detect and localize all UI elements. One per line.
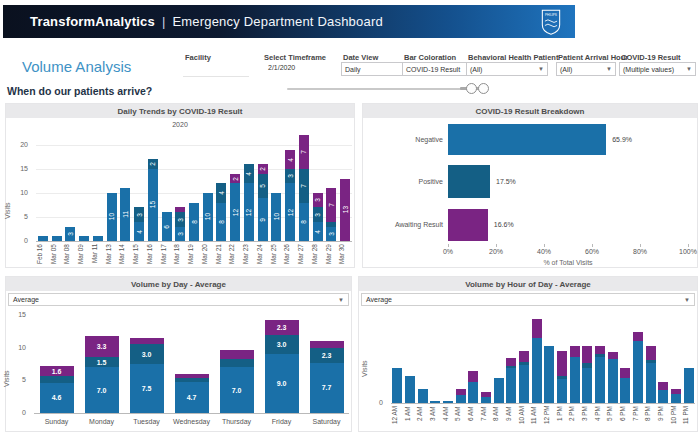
bar-segment-awaiting[interactable]: [595, 346, 605, 354]
bar-segment-negative[interactable]: [93, 236, 103, 241]
stacked-bar[interactable]: 9.03.02.3: [265, 320, 299, 413]
bar-segment-awaiting[interactable]: [532, 319, 542, 338]
bar-segment-positive[interactable]: 2.3: [310, 348, 344, 363]
bar-segment-awaiting[interactable]: [175, 207, 185, 212]
bar-segment-negative[interactable]: [405, 376, 415, 403]
bar-segment-negative[interactable]: [658, 390, 668, 403]
stacked-bar[interactable]: [557, 351, 567, 403]
bar-segment-negative[interactable]: [671, 394, 681, 403]
bar-segment-positive[interactable]: 3: [134, 207, 144, 221]
bar-segment-positive[interactable]: 4: [216, 183, 226, 202]
bar-segment-negative[interactable]: [481, 397, 491, 403]
bar-segment-negative[interactable]: 9.0: [265, 354, 299, 413]
bar-segment-awaiting[interactable]: 4: [285, 150, 295, 169]
stacked-bar[interactable]: 433: [313, 193, 323, 241]
bar-segment-negative[interactable]: 3: [175, 227, 185, 241]
bar-segment-positive[interactable]: [557, 376, 567, 379]
stacked-bar[interactable]: [532, 319, 542, 403]
stacked-bar[interactable]: 13: [340, 179, 350, 241]
bar-positive[interactable]: [448, 165, 490, 198]
bar-segment-awaiting[interactable]: [506, 358, 516, 366]
bar-segment-negative[interactable]: 7.0: [85, 367, 119, 413]
stacked-bar[interactable]: [595, 346, 605, 403]
timeframe-slider[interactable]: [287, 88, 483, 90]
filter-barcolor-dropdown[interactable]: COVID-19 Result ▼: [402, 62, 476, 76]
bar-segment-positive[interactable]: [506, 366, 516, 368]
bar-segment-positive[interactable]: [40, 376, 74, 383]
bar-segment-negative[interactable]: [418, 389, 428, 403]
bar-segment-negative[interactable]: [646, 363, 656, 403]
stacked-bar[interactable]: [456, 389, 466, 403]
bar-segment-awaiting[interactable]: [468, 371, 478, 382]
stacked-bar[interactable]: 4.7: [175, 374, 209, 413]
bar-segment-positive[interactable]: 3: [313, 207, 323, 221]
bar-segment-negative[interactable]: 9: [258, 198, 268, 241]
bar-segment-awaiting[interactable]: [175, 374, 209, 378]
bar-segment-awaiting[interactable]: [671, 389, 681, 395]
bar-segment-awaiting[interactable]: 1.6: [40, 366, 74, 376]
stacked-bar[interactable]: [658, 382, 668, 403]
bar-segment-negative[interactable]: 6: [162, 212, 172, 241]
slider-handle-left[interactable]: [466, 83, 477, 94]
bar-segment-awaiting[interactable]: 2.3: [265, 320, 299, 335]
stacked-bar[interactable]: 122: [230, 174, 240, 241]
bar-segment-negative[interactable]: [595, 357, 605, 403]
bar-segment-negative[interactable]: 4: [134, 222, 144, 241]
stacked-bar[interactable]: 84: [216, 183, 226, 241]
stacked-bar[interactable]: [79, 236, 89, 241]
stacked-bar[interactable]: 152: [148, 159, 158, 241]
stacked-bar[interactable]: [468, 371, 478, 403]
bar-segment-negative[interactable]: 12: [230, 183, 240, 241]
bar-segment-negative[interactable]: 10: [203, 193, 213, 241]
stacked-bar[interactable]: [633, 332, 643, 403]
stacked-bar[interactable]: [506, 358, 516, 403]
stacked-bar[interactable]: [519, 351, 529, 403]
bar-segment-negative[interactable]: 7.7: [310, 363, 344, 413]
stacked-bar[interactable]: [494, 378, 504, 403]
bar-segment-awaiting[interactable]: 7: [299, 135, 309, 169]
bar-segment-awaiting[interactable]: 13: [340, 179, 350, 241]
stacked-bar[interactable]: [443, 401, 453, 403]
bar-segment-positive[interactable]: 4: [244, 164, 254, 183]
bar-segment-negative[interactable]: [519, 365, 529, 403]
stacked-bar[interactable]: 1234: [285, 150, 295, 241]
bar-segment-negative[interactable]: [582, 368, 592, 403]
bar-segment-negative[interactable]: 7.5: [130, 364, 164, 413]
bar-segment-awaiting[interactable]: 7: [326, 188, 336, 222]
bar-segment-negative[interactable]: [443, 401, 453, 403]
filter-bhp-dropdown[interactable]: (All) ▼: [466, 62, 548, 76]
bar-segment-awaiting[interactable]: [608, 352, 618, 358]
stacked-bar[interactable]: 10: [107, 193, 117, 241]
bar-segment-negative[interactable]: [570, 357, 580, 403]
bar-segment-negative[interactable]: [506, 368, 516, 403]
stacked-bar[interactable]: [570, 346, 580, 403]
stacked-bar[interactable]: [93, 236, 103, 241]
stacked-bar[interactable]: 7.0: [220, 350, 254, 413]
stacked-bar[interactable]: [544, 346, 554, 403]
bar-segment-negative[interactable]: 8: [216, 203, 226, 241]
stacked-bar[interactable]: [38, 236, 48, 241]
stacked-bar[interactable]: 3: [65, 227, 75, 241]
timeframe-start-value[interactable]: 2/1/2020: [268, 64, 295, 71]
bar-segment-negative[interactable]: [633, 341, 643, 403]
stacked-bar[interactable]: [405, 376, 415, 403]
stacked-bar[interactable]: [620, 368, 630, 403]
bar-segment-positive[interactable]: 7: [299, 169, 309, 203]
bar-negative[interactable]: [448, 124, 606, 155]
bar-segment-awaiting[interactable]: [620, 368, 630, 377]
bar-segment-awaiting[interactable]: [220, 350, 254, 358]
bar-segment-negative[interactable]: [544, 346, 554, 403]
bar-segment-negative[interactable]: [52, 236, 62, 241]
stacked-bar[interactable]: 124: [244, 164, 254, 241]
bar-segment-positive[interactable]: [175, 378, 209, 383]
bar-segment-negative[interactable]: 11: [120, 188, 130, 241]
bar-segment-awaiting[interactable]: [633, 332, 643, 341]
bar-segment-positive[interactable]: 3: [285, 169, 295, 183]
bar-segment-positive[interactable]: 3: [175, 212, 185, 226]
stacked-bar[interactable]: 877: [299, 135, 309, 241]
bar-segment-positive[interactable]: [220, 359, 254, 367]
filter-covidresult-dropdown[interactable]: (Multiple values) ▼: [619, 62, 696, 76]
bar-segment-awaiting[interactable]: [519, 351, 529, 362]
stacked-bar[interactable]: 7.53.0: [130, 338, 164, 413]
bar-segment-positive[interactable]: 2: [148, 159, 158, 169]
